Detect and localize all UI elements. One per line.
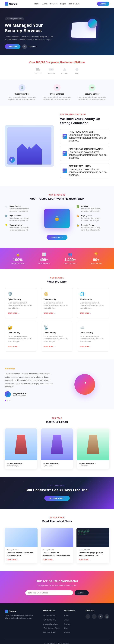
hero-content: ⏱ 30 Days Free Trial We Managed Your Sec… xyxy=(5,17,57,49)
person-3-silhouette xyxy=(87,435,99,454)
contact-button[interactable]: Contact xyxy=(97,2,109,6)
chart-stat-icon: 📊 xyxy=(31,252,57,256)
team-member-3: Expert Member 3 IT Specialist xyxy=(77,428,109,469)
svg-point-6 xyxy=(75,68,78,71)
laptop-icon: 💻 xyxy=(55,86,59,90)
footer-bottom: © 2024 Namex. All Rights Reserved. xyxy=(5,640,109,644)
svg-point-2 xyxy=(38,68,39,70)
instagram-icon[interactable]: 📷 xyxy=(105,614,109,619)
team-member-1: Expert Member 1 Security Analyst xyxy=(5,428,37,469)
newsletter-subtitle: Stay updated with our latest news and se… xyxy=(5,584,109,586)
nav-blog[interactable]: Blog & News xyxy=(68,3,79,5)
most-trusted-title: Most Trusted LogRhythm NextGen SIEM xyxy=(5,197,109,200)
companies-section: Over 100,000 Companies Use Namex Platfor… xyxy=(0,55,114,80)
facebook-icon[interactable]: f xyxy=(86,614,90,619)
nav-services[interactable]: Services xyxy=(50,3,57,5)
get-started-button[interactable]: Get Started xyxy=(5,44,20,49)
trusted-feature-tested-text: Security Tested Lorem ipsum dolor sit am… xyxy=(81,224,109,231)
dot-3[interactable] xyxy=(9,400,10,402)
cloud-security-service-title: Cloud Security xyxy=(80,332,106,334)
footer-link-blog[interactable]: Blog xyxy=(64,627,68,629)
lock-icon: 🔒 xyxy=(76,224,80,226)
team-member-3-role: IT Specialist xyxy=(79,465,107,466)
footer-follow-col: Follow Us f t in 📷 xyxy=(86,610,109,635)
build-security-image: ▶ xyxy=(5,125,54,166)
data-security-read-more[interactable]: READ MORE → xyxy=(44,312,56,314)
web-security-service-title: Web Security xyxy=(80,298,106,300)
blog-post-2-body: January 12, 2024 UKs LG Corp 64-bit Anno… xyxy=(41,547,73,563)
cyber-security-desc: Lorem ipsum dolor sit amet, consectetur … xyxy=(6,96,38,101)
service-web-security: 🌐 Web Security Lorem ipsum dolor sit ame… xyxy=(77,288,109,318)
web-security-read-more[interactable]: READ MORE → xyxy=(80,312,92,314)
twitter-icon[interactable]: t xyxy=(92,614,97,619)
team-member-2-name: Expert Member 2 xyxy=(43,462,71,465)
blog-post-1-link[interactable]: READ MORE → xyxy=(7,559,19,561)
cyber-security-read-more[interactable]: READ MORE → xyxy=(8,312,19,314)
dot-1[interactable] xyxy=(5,400,6,402)
team-member-1-image xyxy=(5,428,37,460)
nav-links: Home About Services Pages Blog & News xyxy=(34,3,79,5)
footer-link-home[interactable]: Home xyxy=(64,615,69,617)
blog-section: BLOG & NEWS Read The Latest News January… xyxy=(0,509,114,571)
cta-button[interactable]: GET FREE TRIAL → xyxy=(44,496,70,501)
lock-stat-icon: 🔒 xyxy=(5,252,31,256)
stat-projects: 📊 499+ Security Projects xyxy=(31,252,57,264)
team-member-2-info: Expert Member 2 Cyber Expert xyxy=(41,460,73,469)
nav-about[interactable]: About xyxy=(42,3,47,5)
cyber-software-title: Cyber Software xyxy=(41,93,72,95)
newsletter-email-input[interactable] xyxy=(25,590,73,595)
stat-experts-label: Expert Security xyxy=(83,262,109,264)
user-security-service-desc: Lorem ipsum dolor sit amet, consectetur … xyxy=(8,335,34,343)
testimonial-visual: " xyxy=(60,374,109,395)
stat-satisfaction-label: Satisfaction Clients xyxy=(5,262,31,264)
logo[interactable]: Namex xyxy=(5,2,17,6)
data-security-2-read-more[interactable]: READ MORE → xyxy=(44,346,56,348)
see-details-button[interactable]: SEE DETAILS → xyxy=(47,235,67,240)
footer-link-services[interactable]: Services xyxy=(64,623,70,625)
team-member-2-image xyxy=(41,428,73,460)
footer-address-phone-2: +34 458 989 6543 xyxy=(43,618,61,621)
newsletter-subscribe-button[interactable]: Subscribe xyxy=(75,590,89,595)
author-avatar: 👤 xyxy=(5,391,11,397)
testimonial-section: ★★★★★ Lorem ipsum dolor sit amet, consec… xyxy=(0,360,114,409)
footer-address-city: New York 12345 xyxy=(43,631,61,634)
trophy-stat-icon: 🏆 xyxy=(83,252,109,256)
feature-security-service: 👁️ Security Service Lorem ipsum dolor si… xyxy=(76,84,108,101)
company-logo-4: Logo xyxy=(74,67,79,74)
feature-cyber-software: 💻 Cyber Software Lorem ipsum dolor sit a… xyxy=(41,84,72,101)
nav-home[interactable]: Home xyxy=(34,3,39,5)
footer-logo: Namex xyxy=(5,610,39,613)
footer-link-about[interactable]: About xyxy=(64,619,68,621)
cta-label: STILL CONFUSED? xyxy=(5,485,109,486)
blog-post-1-date: January 15, 2024 xyxy=(7,549,35,551)
blog-post-3-link[interactable]: READ MORE → xyxy=(79,559,90,561)
trusted-feature-platform-text: High Platform Lorem ipsum dolor sit amet… xyxy=(9,214,38,222)
trusted-feature-certified-text: Certified Lorem ipsum dolor sit amet, co… xyxy=(81,205,109,212)
play-button[interactable]: ▶ xyxy=(9,157,15,163)
team-member-3-name: Expert Member 3 xyxy=(79,462,107,465)
nav-pages[interactable]: Pages xyxy=(60,3,66,5)
user-security-service-icon: 🔐 xyxy=(8,325,34,330)
blog-post-1-image xyxy=(5,528,38,547)
blog-post-2-link[interactable]: READ MORE → xyxy=(43,559,55,561)
blog-post-2-image xyxy=(41,528,73,547)
contact-us-button[interactable]: ▶ Contact Us xyxy=(22,44,36,49)
step-2-title: SPECIFICATIONS DEFIANCE xyxy=(68,148,107,151)
team-image-placeholder: ▶ xyxy=(5,125,54,166)
footer-link-contact[interactable]: Contact xyxy=(64,632,70,633)
user-security-read-more[interactable]: READ MORE → xyxy=(8,346,19,348)
data-security-2-service-desc: Lorem ipsum dolor sit amet, consectetur … xyxy=(44,335,70,343)
blog-post-3-title: Ransomware gangs get more aggressive aga… xyxy=(79,552,107,556)
why-choose-label: WHY CHOOSE US xyxy=(5,194,109,196)
dot-2[interactable] xyxy=(7,400,8,402)
footer-quick-links-list: Home About Services Blog Contact xyxy=(64,614,82,634)
footer-quick-links-title: Quick Links xyxy=(64,610,82,612)
trusted-feature-visibility: 💡 Smart Visibility Lorem ipsum dolor sit… xyxy=(5,224,38,231)
linkedin-icon[interactable]: in xyxy=(98,614,103,619)
footer-quick-links-col: Quick Links Home About Services Blog Con… xyxy=(64,610,82,635)
step-1: Step 01 COMPANY ANALYSIS Lorem ipsum dol… xyxy=(60,129,109,144)
cloud-security-service-icon: ☁️ xyxy=(80,325,106,330)
data-security-service-icon: 📀 xyxy=(44,292,70,296)
newsletter-form: Subscribe xyxy=(25,590,89,595)
cloud-security-read-more[interactable]: READ MORE → xyxy=(80,346,92,348)
